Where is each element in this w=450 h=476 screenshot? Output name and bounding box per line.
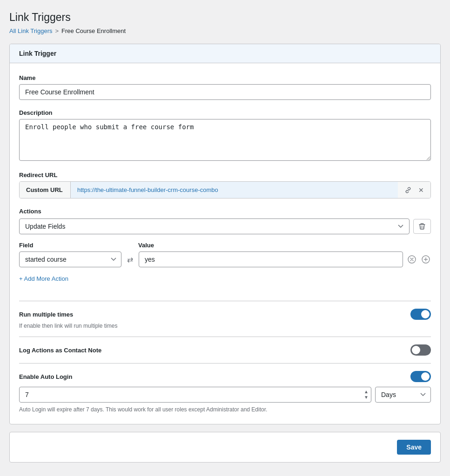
close-icon: ✕ <box>418 186 424 194</box>
delete-action-btn[interactable] <box>413 219 431 234</box>
autologin-label: Enable Auto Login <box>19 373 72 380</box>
add-more-link[interactable]: + Add More Action <box>19 275 68 282</box>
name-label: Name <box>19 74 431 81</box>
autologin-toggle-row: Enable Auto Login <box>19 371 431 382</box>
remove-field-btn[interactable] <box>407 254 417 264</box>
value-label: Value <box>138 242 431 249</box>
description-label: Description <box>19 109 431 116</box>
card-body: Name Description Redirect URL Custom URL… <box>10 63 440 424</box>
run-multiple-slider <box>410 309 431 320</box>
autologin-days-wrap: ▲ ▼ <box>19 387 371 403</box>
field-value-row: started course ⇄ <box>19 251 431 267</box>
autologin-days-input[interactable] <box>19 387 371 403</box>
days-select[interactable]: Days Hours Minutes <box>375 387 431 403</box>
description-textarea[interactable] <box>19 119 431 161</box>
divider-1 <box>19 301 431 301</box>
run-multiple-toggle[interactable] <box>410 309 431 320</box>
run-multiple-label: Run multiple times <box>19 311 73 318</box>
circle-x-icon <box>408 255 416 264</box>
log-actions-toggle[interactable] <box>410 344 431 356</box>
custom-url-value: https://the-ultimate-funnel-builder-crm-… <box>71 182 398 198</box>
card-header: Link Trigger <box>10 44 440 63</box>
actions-section: Actions Update Fields Add Tag Remove Tag… <box>19 208 431 291</box>
description-group: Description <box>19 109 431 162</box>
link-trigger-card: Link Trigger Name Description Redirect U… <box>9 44 441 424</box>
autologin-toggle[interactable] <box>410 371 431 382</box>
link-icon <box>404 186 412 194</box>
custom-url-label: Custom URL <box>20 182 71 198</box>
redirect-url-section: Redirect URL Custom URL https://the-ulti… <box>19 172 431 198</box>
redirect-url-label: Redirect URL <box>19 172 431 178</box>
link-icon-btn[interactable] <box>403 185 414 196</box>
action-select-row: Update Fields Add Tag Remove Tag Subscri… <box>19 218 431 234</box>
field-select[interactable]: started course <box>19 251 121 267</box>
autologin-days-row: ▲ ▼ Days Hours Minutes <box>19 387 431 403</box>
autologin-slider <box>410 371 431 382</box>
run-multiple-hint: If enable then link will run multiple ti… <box>19 323 431 329</box>
run-multiple-toggle-row: Run multiple times <box>19 309 431 320</box>
autologin-hint: Auto Login will expire after 7 days. Thi… <box>19 406 431 413</box>
run-multiple-section: Run multiple times If enable then link w… <box>19 309 431 329</box>
breadcrumb-current: Free Course Enrollment <box>61 27 126 34</box>
redirect-url-row: Custom URL https://the-ultimate-funnel-b… <box>20 182 430 198</box>
name-group: Name <box>19 74 431 100</box>
log-actions-slider <box>410 344 431 356</box>
divider-2 <box>19 337 431 337</box>
breadcrumb-separator: > <box>55 27 59 34</box>
value-input[interactable] <box>139 251 403 267</box>
log-actions-label: Log Actions as Contact Note <box>19 347 101 354</box>
autologin-section: Enable Auto Login ▲ ▼ <box>19 371 431 413</box>
action-select[interactable]: Update Fields Add Tag Remove Tag Subscri… <box>19 218 410 234</box>
divider-3 <box>19 363 431 364</box>
field-value-labels: Field Value <box>19 242 431 249</box>
circle-plus-icon <box>422 255 430 264</box>
spinner-down-btn[interactable]: ▼ <box>362 395 370 400</box>
page-title: Link Triggers <box>9 11 441 24</box>
actions-label: Actions <box>19 208 431 215</box>
breadcrumb: All Link Triggers > Free Course Enrollme… <box>9 27 441 34</box>
redirect-url-actions: ✕ <box>398 185 430 196</box>
log-actions-toggle-row: Log Actions as Contact Note <box>19 344 431 356</box>
field-value-section: Field Value started course ⇄ <box>19 242 431 267</box>
arrows-icon: ⇄ <box>125 255 135 264</box>
add-field-btn[interactable] <box>421 254 431 264</box>
name-input[interactable] <box>19 84 431 100</box>
field-label: Field <box>19 242 121 249</box>
close-url-btn[interactable]: ✕ <box>416 185 426 196</box>
breadcrumb-link[interactable]: All Link Triggers <box>9 27 52 34</box>
redirect-url-table: Custom URL https://the-ultimate-funnel-b… <box>19 181 431 198</box>
footer-card: Save <box>9 432 441 463</box>
save-button[interactable]: Save <box>397 440 431 455</box>
number-spinners: ▲ ▼ <box>362 389 370 400</box>
card-header-title: Link Trigger <box>19 50 56 57</box>
spinner-up-btn[interactable]: ▲ <box>362 389 370 395</box>
trash-icon <box>418 223 426 230</box>
